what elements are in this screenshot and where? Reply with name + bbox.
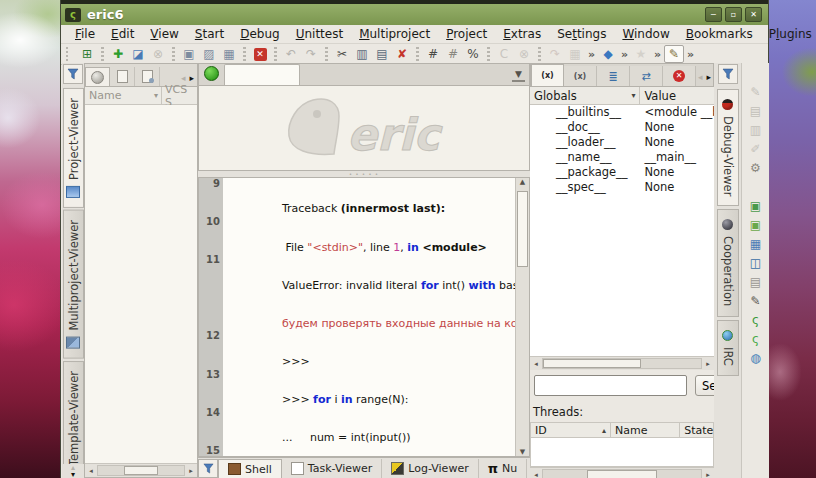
globals-row[interactable]: __builtins__ <module __builtin_	[530, 105, 714, 120]
tools-icon[interactable]: ✐	[744, 139, 768, 158]
tab-log-viewer[interactable]: Log-Viewer	[382, 459, 478, 478]
threads-table-body[interactable]	[530, 438, 714, 467]
tab-call-stack[interactable]: ≣	[597, 66, 630, 86]
right-filter-button[interactable]	[718, 64, 738, 84]
database-icon[interactable]: ▤	[744, 272, 768, 291]
pencil-icon[interactable]: ✎	[744, 291, 768, 310]
editor-tab[interactable]	[224, 64, 300, 85]
doc-erase-wizard-icon[interactable]: ▥	[744, 120, 768, 139]
tab-call-trace[interactable]: ⇄	[630, 66, 663, 86]
column-header-state[interactable]: State	[680, 423, 713, 437]
scroll-down-icon[interactable]: ▾	[71, 471, 75, 478]
quit-icon[interactable]: ✕	[250, 45, 270, 63]
variable-filter-input[interactable]	[534, 375, 687, 396]
menu-plugins[interactable]: Plugins	[761, 26, 816, 42]
paste-icon[interactable]: ▤	[372, 45, 392, 63]
column-header-thread-name[interactable]: Name	[611, 423, 680, 437]
undo-icon[interactable]: ↶	[281, 45, 301, 63]
stop-icon[interactable]: ⊗	[514, 45, 534, 63]
tab-debug-viewer[interactable]: Debug-Viewer	[717, 89, 739, 206]
scroll-right-icon[interactable]: ▸	[702, 360, 714, 368]
scroll-thumb[interactable]	[124, 466, 158, 475]
scroll-left-icon[interactable]: ◂	[85, 467, 97, 475]
nav-left-icon[interactable]: ◂	[179, 73, 188, 83]
open-file-icon[interactable]: ◪	[128, 45, 148, 63]
save-icon[interactable]: ▣	[179, 45, 199, 63]
column-header-name[interactable]: Name▾	[85, 87, 162, 104]
tab-numbers[interactable]: πNu	[479, 459, 528, 478]
tab-task-viewer[interactable]: Task-Viewer	[282, 459, 382, 478]
tab-local-variables[interactable]: (x)	[564, 66, 597, 86]
tab-global-variables[interactable]: (x)	[531, 64, 564, 86]
globals-row[interactable]: __name__ __main__	[530, 150, 714, 165]
menu-start[interactable]: Start	[187, 26, 232, 42]
scroll-thumb[interactable]	[517, 191, 528, 267]
menu-unittest[interactable]: Unittest	[288, 26, 352, 42]
image-export-icon[interactable]: ▣	[744, 196, 768, 215]
redo-icon[interactable]: ↷	[301, 45, 321, 63]
project-tree-body[interactable]	[85, 105, 197, 463]
browser-tab-sources[interactable]	[85, 67, 110, 86]
column-header-id[interactable]: ID▴	[531, 423, 611, 437]
left-filter-button[interactable]	[63, 64, 83, 84]
menu-debug[interactable]: Debug	[232, 26, 287, 42]
cut-icon[interactable]: ✂	[332, 45, 352, 63]
scroll-left-icon[interactable]: ◂	[530, 360, 542, 368]
toolbar-overflow-chevron[interactable]: »	[651, 45, 664, 63]
scroll-left-icon[interactable]: ◂	[530, 471, 542, 478]
tab-irc[interactable]: IRC	[717, 320, 739, 376]
scroll-right-icon[interactable]: ▸	[185, 467, 197, 475]
close-button[interactable]: ✕	[745, 7, 762, 22]
editor-area[interactable]: eric	[198, 86, 530, 171]
continue-icon[interactable]: C	[494, 45, 514, 63]
toggle-comment-icon[interactable]: %	[463, 45, 483, 63]
browser-tab-class[interactable]	[135, 67, 160, 86]
shell-output[interactable]: 9 Traceback (innermost last): 10 Fil	[199, 178, 515, 456]
tab-multiproject-viewer[interactable]: Multiproject-Viewer	[63, 210, 84, 359]
toolbar-overflow-chevron[interactable]: »	[618, 45, 631, 63]
nav-right-icon[interactable]: ▸	[705, 72, 714, 82]
web-globe-icon[interactable]: ◍	[744, 348, 768, 367]
copy-icon[interactable]: ▥	[352, 45, 372, 63]
image-check-icon[interactable]: ▣	[744, 215, 768, 234]
save-all-icon[interactable]: ▦	[219, 45, 239, 63]
tab-shell[interactable]: Shell	[218, 459, 282, 478]
scroll-up-icon[interactable]: ▲	[520, 178, 525, 186]
globals-row[interactable]: __doc__ None	[530, 120, 714, 135]
film-icon[interactable]: ▦	[744, 234, 768, 253]
title-bar[interactable]: ς eric6 ─ ▫ ✕	[61, 4, 768, 25]
toolbar-overflow-chevron[interactable]: »	[585, 45, 598, 63]
globals-row[interactable]: __loader__ None	[530, 135, 714, 150]
regexp-wizard-icon[interactable]: ✎	[744, 82, 768, 101]
tab-exceptions[interactable]: ✕	[663, 66, 696, 86]
new-task-icon[interactable]: ◆	[598, 45, 618, 63]
globals-row[interactable]: __spec__ None	[530, 180, 714, 195]
close-file-icon[interactable]: ⊗	[148, 45, 168, 63]
new-source-icon[interactable]: ✚	[108, 45, 128, 63]
shell-vscrollbar[interactable]: ▲ ▼	[515, 178, 529, 456]
column-header-value[interactable]: Value	[640, 89, 676, 103]
threads-hscrollbar[interactable]: ◂ ▸	[530, 467, 714, 478]
tab-dropdown-icon[interactable]: ▼	[512, 69, 525, 82]
maximize-button[interactable]: ▫	[725, 7, 742, 22]
new-window-icon[interactable]: ⊞	[77, 45, 97, 63]
python2-snake-icon[interactable]: ς	[744, 329, 768, 348]
uncomment-icon[interactable]: #	[443, 45, 463, 63]
toolbar-overflow-chevron[interactable]: »	[684, 45, 697, 63]
minimize-button[interactable]: ─	[705, 7, 722, 22]
menu-settings[interactable]: Settings	[549, 26, 614, 42]
menu-window[interactable]: Window	[614, 26, 677, 42]
spell-edit-icon[interactable]: ✎	[664, 45, 684, 63]
python-snake-icon[interactable]: ς	[744, 310, 768, 329]
toolbar-drag-handle[interactable]	[66, 47, 74, 61]
menu-project[interactable]: Project	[438, 26, 495, 42]
globals-hscrollbar[interactable]: ◂ ▸	[530, 356, 714, 370]
column-header-globals[interactable]: Globals▾	[530, 87, 640, 104]
columns-icon[interactable]: ◫	[744, 253, 768, 272]
comment-icon[interactable]: #	[423, 45, 443, 63]
menu-multiproject[interactable]: Multiproject	[351, 26, 438, 42]
save-as-icon[interactable]: ▨	[199, 45, 219, 63]
scroll-thumb[interactable]	[543, 359, 641, 368]
scroll-right-icon[interactable]: ▸	[702, 471, 714, 478]
menu-edit[interactable]: Edit	[103, 26, 142, 42]
